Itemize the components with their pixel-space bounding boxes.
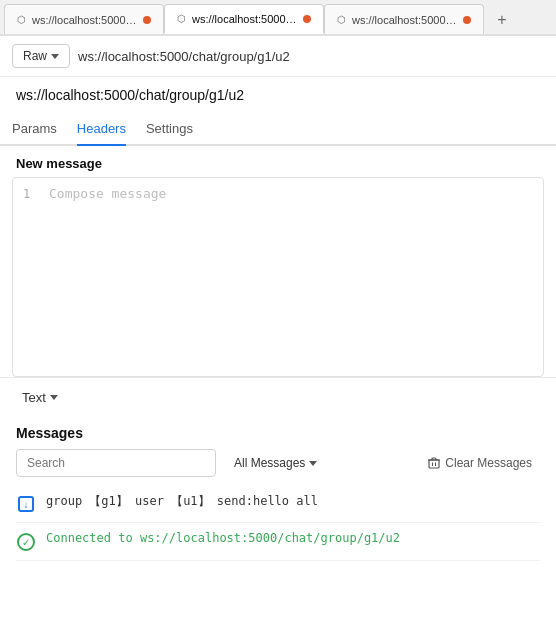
tab-1-dot [143,16,151,24]
url-bar-url: ws://localhost:5000/chat/group/g1/u2 [78,49,290,64]
editor-body[interactable] [13,209,543,369]
text-chevron-icon [50,395,58,400]
tab-3-ws-icon: ⬡ [337,14,346,25]
raw-chevron-icon [51,54,59,59]
line-number: 1 [23,186,37,201]
down-arrow-icon: ↓ [18,496,34,512]
search-input[interactable] [16,449,216,477]
connected-icon: ✓ [16,532,36,552]
tab-1-label: ws://localhost:5000/ch [32,14,137,26]
all-messages-chevron-icon [309,461,317,466]
clear-messages-button[interactable]: Clear Messages [419,450,540,476]
raw-button[interactable]: Raw [12,44,70,68]
check-circle-icon: ✓ [17,533,35,551]
nav-tabs: Params Headers Settings [0,113,556,146]
tab-2-dot [303,15,311,23]
message-text-1: Connected to ws://localhost:5000/chat/gr… [46,531,400,545]
tab-1-ws-icon: ⬡ [17,14,26,25]
trash-icon [427,456,441,470]
received-icon: ↓ [16,494,36,514]
bottom-bar: Text [0,377,556,417]
tab-settings[interactable]: Settings [146,113,193,146]
clear-messages-label: Clear Messages [445,456,532,470]
tab-params[interactable]: Params [12,113,57,146]
text-button[interactable]: Text [16,386,64,409]
tab-3[interactable]: ⬡ ws://localhost:5000/ch [324,4,484,34]
tab-bar: ⬡ ws://localhost:5000/ch ⬡ ws://localhos… [0,0,556,36]
message-text-0: group 【g1】 user 【u1】 send:hello all [46,493,318,510]
svg-rect-0 [429,460,439,468]
main-url-display: ws://localhost:5000/chat/group/g1/u2 [0,77,556,113]
raw-label: Raw [23,49,47,63]
message-editor[interactable]: 1 Compose message [12,177,544,377]
tab-2-ws-icon: ⬡ [177,13,186,24]
text-button-label: Text [22,390,46,405]
tab-headers[interactable]: Headers [77,113,126,146]
tab-2[interactable]: ⬡ ws://localhost:5000/ch [164,4,324,34]
messages-toolbar: All Messages Clear Messages [16,449,540,477]
url-bar: Raw ws://localhost:5000/chat/group/g1/u2 [0,36,556,77]
messages-title: Messages [16,425,540,441]
new-message-header: New message [0,146,556,177]
editor-line-1: 1 Compose message [13,178,543,209]
message-item-1: ✓ Connected to ws://localhost:5000/chat/… [16,523,540,561]
compose-placeholder: Compose message [49,186,166,201]
tab-3-label: ws://localhost:5000/ch [352,14,457,26]
all-messages-label: All Messages [234,456,305,470]
messages-section: Messages All Messages Clear Messages ↓ g… [0,417,556,567]
tab-1[interactable]: ⬡ ws://localhost:5000/ch [4,4,164,34]
all-messages-button[interactable]: All Messages [224,450,327,476]
new-tab-button[interactable]: + [488,6,516,34]
tab-3-dot [463,16,471,24]
message-item-0: ↓ group 【g1】 user 【u1】 send:hello all [16,485,540,523]
tab-2-label: ws://localhost:5000/ch [192,13,297,25]
